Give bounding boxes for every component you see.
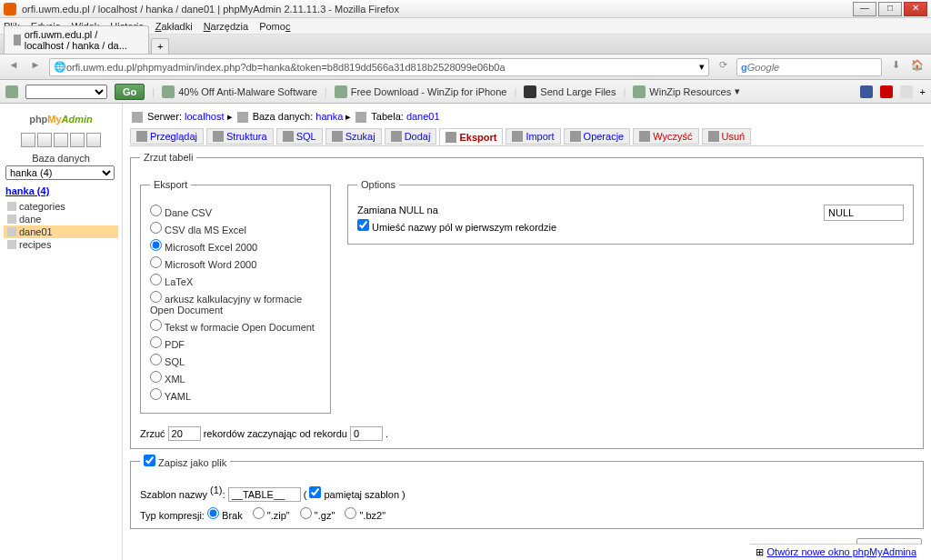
compress-bz2[interactable]: ".bz2" <box>345 510 385 521</box>
google-icon: g <box>741 62 747 73</box>
export-legend: Eksport <box>150 179 191 190</box>
format-csv[interactable]: Dane CSV <box>150 205 321 218</box>
records-count-input[interactable] <box>168 426 201 441</box>
format-yaml[interactable]: YAML <box>150 388 321 402</box>
window-title: orfi.uwm.edu.pl / localhost / hanka / da… <box>22 4 399 15</box>
format-xml[interactable]: XML <box>150 371 321 385</box>
format-odt[interactable]: Tekst w formacie Open Document <box>150 319 321 333</box>
tab-search[interactable]: Szukaj <box>325 128 382 145</box>
server-icon <box>132 112 143 123</box>
menu-bookmarks[interactable]: Zakładki <box>155 21 193 32</box>
newwindow-icon: ⊞ <box>756 546 764 557</box>
browser-tab[interactable]: orfi.uwm.edu.pl / localhost / hanka / da… <box>4 25 149 54</box>
reload-button[interactable]: ⟳ <box>715 59 731 75</box>
home-button[interactable]: 🏠 <box>909 59 926 75</box>
url-bar[interactable]: 🌐 ▾ <box>49 58 709 76</box>
yahoo-icon[interactable] <box>5 85 18 98</box>
format-word2000[interactable]: Microsoft Word 2000 <box>150 256 321 270</box>
new-window-link[interactable]: Otwórz nowe okno phpMyAdmina <box>767 546 916 557</box>
format-excel2000[interactable]: Microsoft Excel 2000 <box>150 239 321 253</box>
bookmark-sendlarge[interactable]: Send Large Files <box>524 85 616 98</box>
format-sql[interactable]: SQL <box>150 354 321 367</box>
download-button[interactable]: ⬇ <box>887 59 904 75</box>
sql-icon[interactable] <box>54 133 68 147</box>
tab-sql[interactable]: SQL <box>276 128 323 145</box>
new-tab-button[interactable]: + <box>151 38 169 54</box>
database-select[interactable]: hanka (4) <box>5 165 115 180</box>
url-input[interactable] <box>66 62 699 73</box>
table-item-dane[interactable]: dane <box>4 213 118 225</box>
options-legend: Options <box>357 179 399 190</box>
tab-import[interactable]: Import <box>506 128 560 145</box>
toolbar-plus[interactable]: + <box>920 86 926 97</box>
forward-button[interactable]: ► <box>27 59 44 75</box>
tab-empty[interactable]: Wyczyść <box>633 128 698 145</box>
null-input[interactable] <box>824 205 904 221</box>
reload-icon[interactable] <box>86 133 101 147</box>
tab-title: orfi.uwm.edu.pl / localhost / hanka / da… <box>25 29 139 51</box>
database-icon <box>237 112 248 123</box>
table-item-categories[interactable]: categories <box>4 200 118 213</box>
format-ods[interactable]: arkusz kalkulacyjny w formacie Open Docu… <box>150 291 321 315</box>
null-label: Zamiana NULL na <box>357 205 438 215</box>
records-start-input[interactable] <box>350 426 383 441</box>
format-pdf[interactable]: PDF <box>150 336 321 350</box>
mail-icon[interactable] <box>900 85 913 98</box>
database-link[interactable]: hanka (4) <box>5 185 116 196</box>
headers-checkbox[interactable]: Umieść nazwy pól w pierwszym rekordzie <box>357 222 556 233</box>
globe-icon: 🌐 <box>54 61 66 73</box>
save-checkbox[interactable]: Zapisz jako plik <box>144 457 226 468</box>
tab-browse[interactable]: Przeglądaj <box>130 128 204 145</box>
home-icon[interactable] <box>21 133 35 147</box>
breadcrumb-server[interactable]: localhost <box>185 111 224 122</box>
table-item-recipes[interactable]: recipes <box>4 238 118 251</box>
database-label: Baza danych <box>0 153 122 164</box>
menu-tools[interactable]: Narzędzia <box>204 21 249 32</box>
save-fieldset: Zapisz jako plik Szablon nazwy (1): ( pa… <box>130 455 924 529</box>
table-icon <box>355 112 366 123</box>
search-bar[interactable]: g <box>736 58 882 76</box>
close-button[interactable]: ✕ <box>904 2 927 16</box>
compress-zip[interactable]: ".zip" <box>253 510 290 521</box>
dump-legend: Zrzut tabeli <box>140 152 196 163</box>
tab-drop[interactable]: Usuń <box>702 128 752 145</box>
favicon-icon <box>14 35 21 45</box>
exit-icon[interactable] <box>37 133 52 147</box>
back-button[interactable]: ◄ <box>5 59 22 75</box>
tab-structure[interactable]: Struktura <box>206 128 274 145</box>
compress-none[interactable]: Brak <box>207 510 243 521</box>
bookmark-winzip-res[interactable]: WinZip Resources ▾ <box>633 85 740 98</box>
top100-icon[interactable] <box>880 85 893 98</box>
phpmyadmin-logo: phpMyAdmin <box>0 107 122 129</box>
search-input[interactable] <box>747 62 877 73</box>
export-fieldset: Eksport Dane CSV CSV dla MS Excel Micros… <box>140 179 331 414</box>
bookmark-winzip-iphone[interactable]: Free Download - WinZip for iPhone <box>335 85 507 98</box>
tab-insert[interactable]: Dodaj <box>385 128 437 145</box>
breadcrumb-table[interactable]: dane01 <box>406 111 440 122</box>
firefox-icon <box>4 3 16 15</box>
bookmark-antimalware[interactable]: 40% Off Anti-Malware Software <box>162 85 317 98</box>
options-fieldset: Options Zamiana NULL na Umieść nazwy pól… <box>347 179 914 245</box>
go-button[interactable]: Go <box>115 84 145 100</box>
minimize-button[interactable]: — <box>853 2 876 16</box>
breadcrumb-database[interactable]: hanka <box>315 111 343 122</box>
format-latex[interactable]: LaTeX <box>150 274 321 287</box>
maximize-button[interactable]: □ <box>878 2 902 16</box>
table-item-dane01[interactable]: dane01 <box>4 225 118 238</box>
docs-icon[interactable] <box>70 133 85 147</box>
bookmark-select[interactable] <box>25 85 107 99</box>
format-csvexcel[interactable]: CSV dla MS Excel <box>150 222 321 235</box>
facebook-icon[interactable] <box>860 85 873 98</box>
tab-export[interactable]: Eksport <box>439 128 503 145</box>
tab-operations[interactable]: Operacje <box>564 128 631 145</box>
template-input[interactable] <box>228 487 301 502</box>
breadcrumb: Serwer: localhost ▸ Baza danych: hanka ▸… <box>130 107 924 126</box>
dropdown-icon[interactable]: ▾ <box>699 61 705 73</box>
remember-checkbox[interactable]: pamiętaj szablon <box>309 489 399 500</box>
dump-fieldset: Zrzut tabeli Eksport Dane CSV CSV dla MS… <box>130 152 924 449</box>
compress-gz[interactable]: ".gz" <box>300 510 335 521</box>
menu-help[interactable]: Pomoc <box>259 21 290 32</box>
